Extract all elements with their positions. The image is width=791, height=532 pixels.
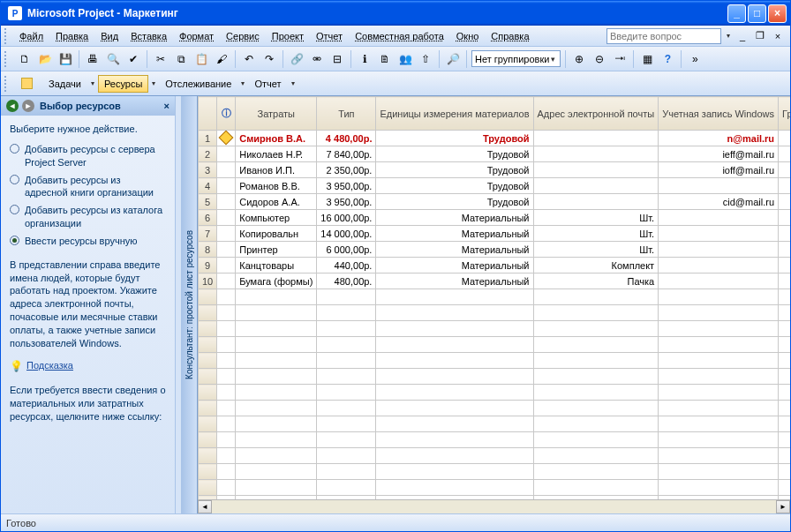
cell[interactable]: Шт. (533, 242, 659, 258)
cell[interactable]: 4 (199, 178, 217, 194)
overflow-icon[interactable]: » (686, 50, 704, 68)
cell[interactable] (533, 480, 659, 496)
spellcheck-icon[interactable]: ✔ (124, 50, 142, 68)
column-header[interactable]: Адрес электронной почты (533, 97, 659, 131)
cell[interactable] (217, 369, 236, 385)
resources-dropdown[interactable]: ▾ (150, 79, 157, 87)
menu-collab[interactable]: Совместная работа (349, 28, 450, 44)
cell[interactable] (317, 448, 376, 464)
cell[interactable] (217, 146, 236, 162)
cell[interactable]: ieff@mail.ru (659, 146, 779, 162)
table-row-empty[interactable] (199, 385, 791, 401)
redo-icon[interactable]: ↷ (260, 50, 278, 68)
cell[interactable] (779, 385, 790, 401)
cell[interactable] (376, 353, 533, 369)
panel-fwd-icon[interactable]: ► (22, 100, 34, 112)
cell[interactable]: Сидоров А.А. (236, 194, 317, 210)
unlink-icon[interactable]: ⚮ (308, 50, 326, 68)
menu-help[interactable]: Справка (485, 28, 535, 44)
cell[interactable] (217, 432, 236, 448)
cell[interactable] (779, 337, 790, 353)
cell[interactable]: Николаев Н.Р. (236, 146, 317, 162)
cell[interactable]: 7 (199, 226, 217, 242)
zoom-in-icon[interactable]: ⊕ (570, 50, 588, 68)
cell[interactable] (217, 321, 236, 337)
cell[interactable] (236, 385, 317, 401)
cell[interactable] (659, 305, 779, 321)
note-icon[interactable]: 🗎 (376, 50, 394, 68)
table-row[interactable]: 10Бумага (формы)480,00р.МатериальныйПачк… (199, 273, 791, 289)
cell[interactable] (659, 178, 779, 194)
cell[interactable]: 6 (199, 210, 217, 226)
cell[interactable] (376, 305, 533, 321)
table-row[interactable]: 9Канцтовары440,00р.МатериальныйКомплект1… (199, 258, 791, 273)
scroll-left-icon[interactable]: ◄ (198, 500, 212, 513)
menu-project[interactable]: Проект (266, 28, 310, 44)
cell[interactable]: Трудовой (376, 162, 533, 178)
cell[interactable] (533, 353, 659, 369)
cell[interactable] (533, 194, 659, 210)
copy-icon[interactable]: ⧉ (172, 50, 190, 68)
cell[interactable] (376, 448, 533, 464)
cell[interactable] (376, 369, 533, 385)
cell[interactable] (779, 273, 790, 289)
cell[interactable]: Трудовой (376, 178, 533, 194)
cell[interactable] (317, 464, 376, 480)
cell[interactable] (199, 305, 217, 321)
cell[interactable] (317, 369, 376, 385)
cell[interactable] (317, 337, 376, 353)
radio-option-0[interactable]: Добавить ресурсы с сервера Project Serve… (10, 143, 166, 169)
cell[interactable] (199, 353, 217, 369)
cell[interactable]: Романов В.В. (236, 178, 317, 194)
cell[interactable]: Материальный (376, 258, 533, 273)
cell[interactable]: Смирнов В.А. (236, 131, 317, 146)
table-row-empty[interactable] (199, 416, 791, 432)
cell[interactable] (659, 226, 779, 242)
table-row[interactable]: 5Сидоров А.А.3 950,00р.Трудовойcid@mail.… (199, 194, 791, 210)
cell[interactable]: Комплект (533, 258, 659, 273)
table-row[interactable]: 7Копировальн14 000,00р.МатериальныйШт.7 … (199, 226, 791, 242)
cell[interactable] (779, 432, 790, 448)
table-row-empty[interactable] (199, 289, 791, 305)
cell[interactable] (533, 416, 659, 432)
table-row[interactable]: 4Романов В.В.3 950,00р.Трудовой3Корреспо… (199, 178, 791, 194)
cell[interactable] (533, 162, 659, 178)
paste-icon[interactable]: 📋 (192, 50, 210, 68)
cell[interactable]: 2 (779, 146, 790, 162)
cell[interactable]: ioff@mail.ru (659, 162, 779, 178)
cell[interactable] (376, 480, 533, 496)
cell[interactable] (659, 448, 779, 464)
cell[interactable] (317, 353, 376, 369)
cell[interactable]: 1 (779, 131, 790, 146)
cell[interactable] (217, 448, 236, 464)
cell[interactable]: Принтер (236, 242, 317, 258)
cell[interactable] (317, 401, 376, 416)
column-header[interactable]: ⓘ (217, 97, 236, 131)
grouping-select[interactable]: Нет группировки▾ (471, 50, 561, 67)
cell[interactable] (236, 353, 317, 369)
cell[interactable] (217, 305, 236, 321)
cell[interactable] (533, 385, 659, 401)
cell[interactable] (236, 464, 317, 480)
save-icon[interactable]: 💾 (56, 50, 74, 68)
cell[interactable]: 14 000,00р. (317, 226, 376, 242)
panel-close-icon[interactable]: × (164, 101, 170, 111)
cell[interactable] (217, 178, 236, 194)
cell[interactable] (199, 480, 217, 496)
cell[interactable] (659, 289, 779, 305)
menu-format[interactable]: Формат (173, 28, 220, 44)
radio-option-2[interactable]: Добавить ресурсы из каталога организации (10, 204, 166, 230)
cell[interactable] (533, 305, 659, 321)
cell[interactable] (199, 289, 217, 305)
cell[interactable]: 7 840,00р. (317, 146, 376, 162)
cell[interactable]: Копировальн (236, 226, 317, 242)
cell[interactable] (779, 480, 790, 496)
cell[interactable] (779, 464, 790, 480)
cell[interactable] (217, 242, 236, 258)
cell[interactable] (199, 369, 217, 385)
new-icon[interactable]: 🗋 (16, 50, 34, 68)
cell[interactable] (217, 162, 236, 178)
menu-report[interactable]: Отчет (310, 28, 349, 44)
preview-icon[interactable]: 🔍 (104, 50, 122, 68)
cell[interactable] (659, 258, 779, 273)
